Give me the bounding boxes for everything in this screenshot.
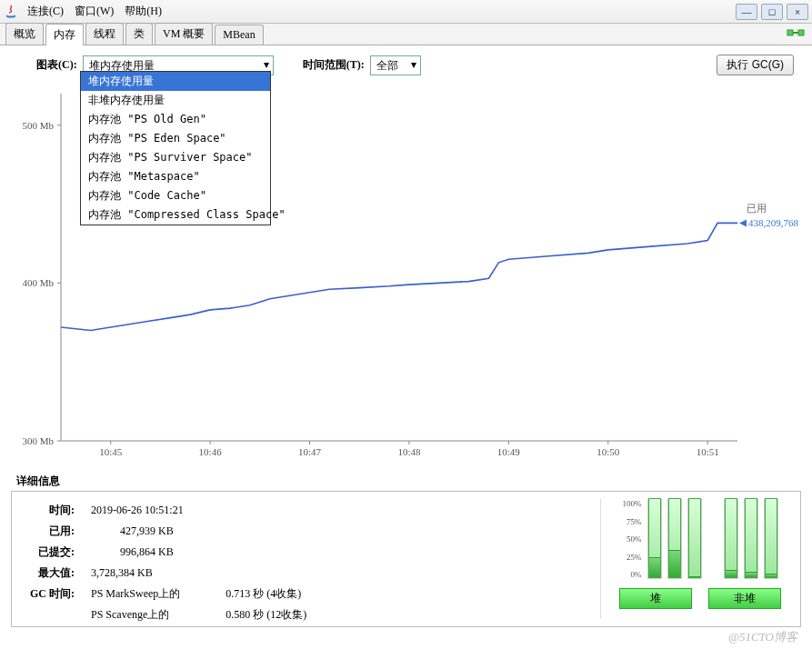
details-panel: 时间: 2019-06-26 10:51:21 已用: 427,939 KB 已… — [11, 491, 801, 627]
detail-time-label: 时间: — [23, 501, 82, 520]
option-heap[interactable]: 堆内存使用量 — [81, 72, 270, 91]
menu-bar: 连接(C) 窗口(W) 帮助(H) — [24, 2, 736, 21]
detail-time-value: 2019-06-26 10:51:21 — [84, 501, 314, 520]
minimize-button[interactable]: — — [736, 4, 757, 20]
svg-marker-26 — [739, 219, 747, 226]
tab-overview[interactable]: 概览 — [5, 23, 44, 45]
menu-window[interactable]: 窗口(W) — [71, 2, 117, 21]
nonheap-bar-0[interactable] — [724, 499, 738, 579]
option-code-cache[interactable]: 内存池 "Code Cache" — [81, 186, 270, 205]
java-app-icon — [4, 5, 18, 19]
svg-text:10:47: 10:47 — [298, 446, 322, 457]
detail-gc1-name: PS MarkSweep上的 — [84, 584, 187, 604]
perform-gc-button[interactable]: 执行 GC(G) — [717, 55, 794, 75]
tab-mbean[interactable]: MBean — [215, 25, 263, 45]
connection-status-icon — [787, 26, 805, 43]
svg-text:10:45: 10:45 — [99, 446, 123, 457]
detail-gc-label: GC 时间: — [23, 584, 82, 604]
maximize-button[interactable]: □ — [761, 4, 783, 20]
svg-text:300 Mb: 300 Mb — [22, 435, 54, 446]
heap-bar-0[interactable] — [647, 499, 662, 579]
detail-max-label: 最大值: — [23, 564, 82, 583]
heap-bar-1[interactable] — [667, 499, 682, 579]
time-range-label: 时间范围(T): — [303, 57, 365, 73]
time-range-select[interactable]: 全部 — [370, 55, 421, 75]
heap-bars: 100% 75% 50% 25% 0% — [618, 499, 706, 583]
option-compressed-class[interactable]: 内存池 "Compressed Class Space" — [81, 205, 270, 225]
nonheap-button[interactable]: 非堆 — [708, 588, 781, 609]
svg-text:已用: 已用 — [747, 203, 767, 214]
time-range-value: 全部 — [376, 59, 398, 72]
detail-used-label: 已用: — [23, 522, 82, 541]
svg-text:438,209,768: 438,209,768 — [748, 217, 799, 228]
chart-select-value: 堆内存使用量 — [89, 59, 155, 72]
svg-text:400 Mb: 400 Mb — [22, 277, 54, 288]
tab-threads[interactable]: 线程 — [85, 23, 124, 45]
heap-bar-2[interactable] — [687, 499, 702, 579]
option-ps-survivor[interactable]: 内存池 "PS Surviver Space" — [81, 148, 270, 167]
menu-connect[interactable]: 连接(C) — [24, 2, 67, 21]
window-controls: — □ × — [736, 4, 808, 20]
detail-gc2-name: PS Scavenge上的 — [84, 605, 187, 624]
bar-y-ticks: 100% 75% 50% 25% 0% — [617, 499, 642, 579]
option-nonheap[interactable]: 非堆内存使用量 — [81, 91, 270, 110]
option-ps-eden[interactable]: 内存池 "PS Eden Space" — [81, 129, 270, 148]
detail-committed-label: 已提交: — [23, 543, 82, 562]
tab-memory[interactable]: 内存 — [45, 24, 84, 45]
detail-committed-value: 996,864 KB — [84, 543, 314, 562]
svg-rect-0 — [787, 30, 793, 35]
menu-help[interactable]: 帮助(H) — [121, 2, 165, 21]
title-bar: 连接(C) 窗口(W) 帮助(H) — □ × — [0, 0, 812, 24]
svg-text:10:48: 10:48 — [397, 446, 421, 457]
svg-text:10:50: 10:50 — [596, 446, 620, 457]
close-button[interactable]: × — [787, 4, 808, 20]
svg-rect-1 — [798, 30, 804, 35]
svg-text:10:49: 10:49 — [497, 446, 521, 457]
nonheap-bars — [724, 499, 782, 583]
svg-text:10:46: 10:46 — [199, 446, 223, 457]
chart-select-dropdown[interactable]: 堆内存使用量 非堆内存使用量 内存池 "PS Old Gen" 内存池 "PS … — [80, 71, 271, 225]
details-table: 时间: 2019-06-26 10:51:21 已用: 427,939 KB 已… — [21, 499, 600, 619]
details-title: 详细信息 — [16, 474, 812, 489]
tab-classes[interactable]: 类 — [125, 23, 153, 45]
tab-bar: 概览 内存 线程 类 VM 概要 MBean — [0, 24, 812, 45]
chart-label: 图表(C): — [36, 57, 77, 73]
option-ps-old-gen[interactable]: 内存池 "PS Old Gen" — [81, 110, 270, 129]
detail-gc2-value: 0.580 秒 (12收集) — [189, 605, 314, 624]
detail-gc1-value: 0.713 秒 (4收集) — [189, 584, 314, 604]
watermark: @51CTO博客 — [728, 629, 797, 645]
detail-used-value: 427,939 KB — [84, 522, 314, 541]
tab-vm[interactable]: VM 概要 — [155, 23, 213, 45]
svg-text:10:51: 10:51 — [697, 446, 719, 457]
option-metaspace[interactable]: 内存池 "Metaspace" — [81, 167, 270, 186]
svg-text:500 Mb: 500 Mb — [22, 120, 54, 131]
memory-pool-bars: 100% 75% 50% 25% 0% — [600, 499, 791, 619]
nonheap-bar-2[interactable] — [764, 499, 778, 579]
nonheap-bar-1[interactable] — [744, 499, 758, 579]
detail-max-value: 3,728,384 KB — [84, 564, 314, 583]
heap-button[interactable]: 堆 — [619, 588, 692, 609]
